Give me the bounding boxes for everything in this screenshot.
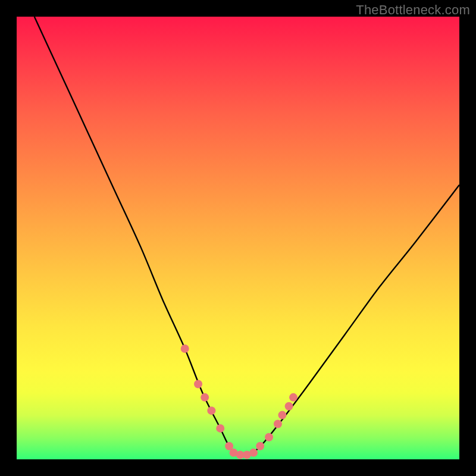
data-dot (285, 402, 293, 411)
data-dot (201, 393, 209, 402)
data-dot (249, 449, 258, 457)
bottleneck-curve (35, 17, 459, 456)
data-dot (207, 406, 215, 415)
data-dot (278, 411, 286, 419)
data-dot (216, 424, 224, 433)
watermark-text: TheBottleneck.com (356, 2, 470, 18)
data-dot (256, 442, 264, 450)
dot-group (181, 345, 298, 459)
chart-svg (17, 17, 459, 459)
data-dot (289, 393, 298, 402)
data-dot (194, 380, 202, 389)
data-dot (181, 345, 189, 353)
data-dot (265, 433, 273, 441)
data-dot (274, 419, 282, 428)
